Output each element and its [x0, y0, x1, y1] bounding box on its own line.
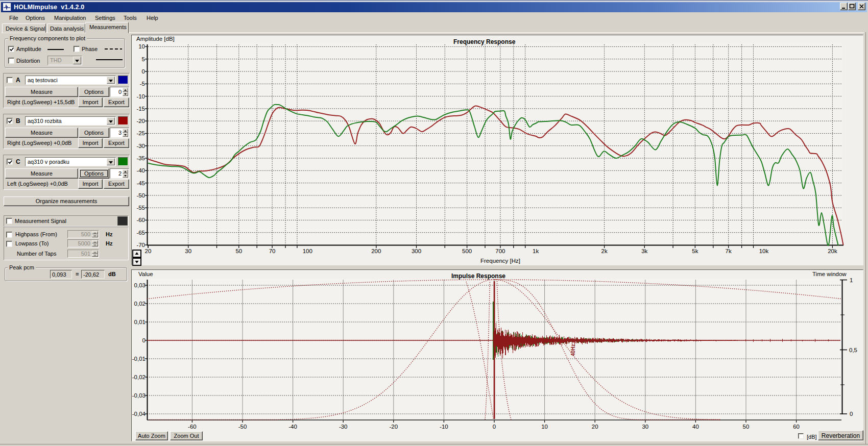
svg-text:40: 40 — [692, 424, 699, 430]
svg-text:100: 100 — [303, 248, 312, 254]
svg-text:3k: 3k — [641, 248, 647, 254]
svg-text:50: 50 — [743, 424, 750, 430]
svg-text:-60: -60 — [136, 217, 145, 223]
svg-text:20: 20 — [592, 424, 598, 430]
svg-text:2k: 2k — [601, 248, 608, 254]
svg-text:10: 10 — [541, 424, 548, 430]
svg-text:-60: -60 — [188, 424, 197, 430]
svg-text:-50: -50 — [238, 424, 247, 430]
svg-text:-0,01: -0,01 — [132, 356, 146, 362]
svg-text:5: 5 — [142, 56, 145, 62]
svg-text:-20: -20 — [389, 424, 398, 430]
svg-text:-35: -35 — [136, 155, 145, 161]
svg-text:200: 200 — [371, 248, 381, 254]
svg-text:40Hz: 40Hz — [570, 344, 576, 356]
svg-text:-40: -40 — [288, 424, 297, 430]
svg-text:-5: -5 — [140, 81, 145, 87]
svg-text:-20: -20 — [136, 118, 145, 124]
svg-text:0: 0 — [493, 424, 496, 430]
svg-text:-55: -55 — [136, 205, 145, 211]
svg-text:20: 20 — [145, 248, 152, 254]
svg-text:-40: -40 — [136, 167, 145, 174]
svg-text:-0,03: -0,03 — [132, 392, 146, 399]
svg-text:-65: -65 — [136, 230, 145, 236]
svg-text:0: 0 — [142, 68, 145, 75]
svg-text:60: 60 — [793, 424, 800, 430]
svg-text:5k: 5k — [692, 248, 698, 254]
svg-text:-0,04: -0,04 — [132, 411, 146, 417]
svg-text:-30: -30 — [136, 143, 145, 149]
svg-text:0,5: 0,5 — [849, 347, 857, 353]
svg-text:-25: -25 — [136, 130, 145, 136]
svg-text:-15: -15 — [136, 106, 145, 112]
svg-text:7k: 7k — [726, 248, 732, 254]
svg-text:20k: 20k — [828, 248, 837, 254]
svg-text:Time window: Time window — [812, 271, 847, 277]
svg-text:70: 70 — [269, 248, 276, 254]
svg-text:Impulse Response: Impulse Response — [451, 272, 505, 280]
svg-text:50: 50 — [235, 248, 242, 254]
svg-text:300: 300 — [412, 248, 421, 254]
svg-text:0,02: 0,02 — [134, 301, 146, 307]
svg-text:Value: Value — [138, 271, 153, 277]
svg-text:0,01: 0,01 — [134, 319, 146, 325]
svg-text:-70: -70 — [136, 242, 145, 248]
svg-text:1: 1 — [850, 277, 853, 283]
svg-text:10k: 10k — [759, 248, 769, 254]
svg-text:700: 700 — [495, 248, 505, 254]
svg-text:500: 500 — [462, 248, 472, 254]
svg-text:-30: -30 — [339, 424, 348, 430]
svg-text:1k: 1k — [533, 248, 539, 254]
svg-text:-10: -10 — [136, 93, 145, 100]
svg-text:Amplitude [dB]: Amplitude [dB] — [136, 36, 175, 42]
svg-text:Frequency [Hz]: Frequency [Hz] — [480, 258, 520, 264]
svg-text:10: 10 — [138, 43, 145, 49]
svg-text:-10: -10 — [440, 424, 448, 430]
svg-text:0,03: 0,03 — [134, 282, 146, 288]
svg-text:-0,02: -0,02 — [132, 374, 146, 380]
svg-text:-45: -45 — [136, 180, 145, 186]
svg-text:0: 0 — [850, 411, 853, 417]
svg-text:Frequency Response: Frequency Response — [453, 38, 516, 45]
svg-text:30: 30 — [642, 424, 648, 430]
svg-text:30: 30 — [185, 248, 191, 254]
svg-text:-50: -50 — [136, 192, 145, 199]
